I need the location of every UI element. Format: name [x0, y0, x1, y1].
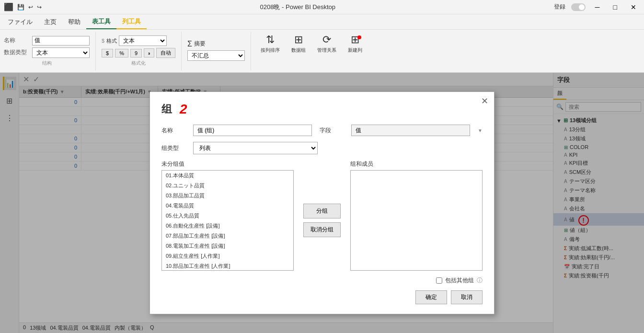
menu-table-tools[interactable]: 表工具 [86, 14, 116, 29]
modal-title-row: 组 2 [161, 102, 483, 117]
ribbon-percent-btn[interactable]: % [115, 49, 128, 57]
manage-rel-label: 管理关系 [317, 47, 336, 54]
modal-action-btns: 分组 取消分组 [303, 160, 341, 271]
menu-help[interactable]: 帮助 [62, 14, 86, 29]
quick-save[interactable]: 💾 [17, 4, 24, 11]
modal-close-btn[interactable]: ✕ [481, 96, 488, 106]
ribbon-name-label: 名称 [4, 36, 30, 45]
modal-title: 组 [161, 102, 172, 116]
close-btn[interactable]: ✕ [627, 2, 640, 12]
info-icon: ⓘ [477, 276, 483, 285]
sort-label: 按列排序 [261, 47, 280, 54]
ribbon-datatype-label: 数据类型 [4, 48, 30, 57]
ribbon-format-label: 格式 [106, 37, 117, 45]
list-item[interactable]: 06.自動化生産性 [設備] [162, 221, 293, 231]
ungroup-btn[interactable]: 取消分组 [303, 222, 341, 237]
ribbon-format-select[interactable]: 文本 [119, 35, 167, 46]
modal-dialog: ✕ 组 2 名称 字段 ▼ 组类型 列表 未分组值 [150, 92, 494, 314]
modal-checkbox-row: 包括其他组 ⓘ [161, 276, 483, 285]
list-item[interactable]: 03.部品加工品質 [162, 191, 293, 201]
new-column-label: 新建列 [348, 47, 362, 54]
sort-icon: ⇅ [266, 34, 275, 46]
ribbon-manage-rel-btn[interactable]: ⟳ 管理关系 [313, 32, 340, 70]
menu-home[interactable]: 主页 [38, 14, 62, 29]
modal-footer: 确定 取消 [161, 290, 483, 304]
modal-ok-btn[interactable]: 确定 [415, 290, 447, 304]
datagroup-icon: ⊞ [294, 34, 303, 46]
app-icon: ⬛ [4, 2, 13, 11]
ribbon-new-column-btn[interactable]: ⊞ 新建列 [344, 32, 366, 70]
menu-column-tools[interactable]: 列工具 [116, 14, 147, 29]
user-toggle[interactable] [571, 3, 586, 11]
notification-dot [357, 35, 361, 39]
include-other-label: 包括其他组 [445, 276, 474, 285]
modal-field-input [351, 125, 470, 136]
datagroup-label: 数据组 [291, 47, 306, 54]
list-item[interactable]: 02.ユニット品質 [162, 181, 293, 191]
grouped-section: 组和成员 [350, 160, 483, 271]
window-title: 0208晩 - Power BI Desktop [260, 3, 336, 11]
ungrouped-label: 未分组值 [161, 160, 294, 168]
login-label: 登録 [554, 3, 565, 11]
ribbon-datatype-row: 数据类型 文本 [4, 47, 90, 58]
ribbon-summarize-label: 摘要 [194, 40, 206, 48]
title-bar-right: 登録 ─ □ ✕ [554, 2, 640, 12]
ribbon-name-input[interactable] [32, 36, 90, 46]
modal-title-num: 2 [180, 102, 187, 117]
list-item[interactable]: 08.電装加工生産性 [設備] [162, 241, 293, 251]
menu-bar: ファイル 主页 帮助 表工具 列工具 [0, 14, 644, 30]
list-item[interactable]: 09.組立生産性 [人作業] [162, 251, 293, 261]
ribbon-format-row: $ 格式 文本 [102, 35, 167, 46]
ungrouped-section: 未分组值 01.本体品質 02.ユニット品質 03.部品加工品質 04.電装品質… [161, 160, 294, 271]
manage-rel-icon: ⟳ [322, 34, 331, 46]
grouped-list[interactable] [350, 170, 483, 271]
modal-field-label: 字段 [320, 126, 344, 135]
ribbon-summarize-select[interactable]: 不汇总 [187, 50, 245, 61]
include-other-checkbox[interactable] [436, 277, 442, 284]
modal-name-row: 名称 字段 ▼ [161, 125, 483, 136]
maximize-btn[interactable]: □ [610, 2, 621, 12]
list-item[interactable]: 01.本体品質 [162, 171, 293, 181]
dropdown-arrow: ▼ [478, 128, 483, 133]
ungrouped-list[interactable]: 01.本体品質 02.ユニット品質 03.部品加工品質 04.電装品質 05.仕… [161, 170, 294, 271]
sigma-icon: Σ [187, 40, 192, 48]
list-item[interactable]: 05.仕入先品質 [162, 211, 293, 221]
ribbon-auto-btn[interactable]: 自动 [156, 48, 175, 58]
modal-cancel-btn[interactable]: 取消 [451, 290, 483, 304]
quick-redo[interactable]: ↪ [37, 4, 42, 11]
ribbon-format-btns: $ % 9 ₃ 自动 [102, 48, 175, 58]
ribbon-structure-label: 结构 [4, 60, 90, 67]
ribbon-format-label-bottom: 格式化 [102, 60, 175, 67]
ribbon-group-structure: 名称 数据类型 文本 结构 [4, 32, 96, 70]
ribbon-hash-btn[interactable]: ₃ [144, 48, 154, 57]
list-item[interactable]: 10.部品加工生産性 [人作業] [162, 261, 293, 271]
list-item[interactable]: 04.電装品質 [162, 201, 293, 211]
title-bar-left: ⬛ 💾 ↩ ↪ [4, 2, 42, 11]
ribbon-group-format: $ 格式 文本 $ % 9 ₃ 自动 格式化 [102, 32, 182, 70]
group-btn[interactable]: 分组 [303, 204, 341, 218]
ribbon-dollar-icon: $ [102, 38, 104, 44]
modal-grouptype-label: 组类型 [161, 144, 185, 152]
modal-name-label: 名称 [161, 126, 185, 135]
grouped-label: 组和成员 [350, 160, 483, 168]
modal-name-input[interactable] [193, 125, 312, 136]
modal-grouptype-row: 组类型 列表 [161, 142, 483, 154]
ribbon-datagroup-btn[interactable]: ⊞ 数据组 [288, 32, 310, 70]
modal-lists-row: 未分组值 01.本体品質 02.ユニット品質 03.部品加工品質 04.電装品質… [161, 160, 483, 271]
list-item[interactable]: 07.部品加工生産性 [設備] [162, 231, 293, 241]
menu-file[interactable]: ファイル [2, 14, 38, 29]
title-bar: ⬛ 💾 ↩ ↪ 0208晩 - Power BI Desktop 登録 ─ □ … [0, 0, 644, 14]
modal-grouptype-select[interactable]: 列表 [193, 142, 318, 154]
main-area: 📊 ⊞ ⋮ ✕ ✓ b:投资额(千円) ▼ 实绩:效果额(千円/+W1月) ▼ … [0, 73, 644, 333]
minimize-btn[interactable]: ─ [591, 2, 604, 12]
ribbon-datatype-select[interactable]: 文本 [32, 47, 90, 58]
ribbon-comma-btn[interactable]: 9 [130, 49, 142, 57]
ribbon-name-row: 名称 [4, 36, 90, 46]
ribbon-group-summarize: Σ 摘要 不汇总 [187, 32, 251, 70]
ribbon-sort-btn[interactable]: ⇅ 按列排序 [257, 32, 284, 70]
quick-undo[interactable]: ↩ [28, 4, 33, 11]
ribbon-dollar-btn[interactable]: $ [102, 49, 113, 57]
ribbon: 名称 数据类型 文本 结构 $ 格式 文本 $ % 9 ₃ 自动 格式化 [0, 30, 644, 73]
modal-overlay: ✕ 组 2 名称 字段 ▼ 组类型 列表 未分组值 [0, 73, 644, 333]
